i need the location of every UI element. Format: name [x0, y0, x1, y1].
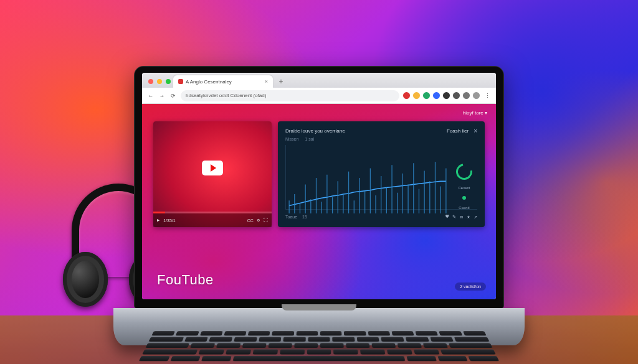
video-time: 1/35/1	[163, 218, 175, 223]
nav-forward-icon[interactable]: →	[158, 92, 166, 100]
cc-button[interactable]: CC	[247, 218, 254, 223]
extension-icon[interactable]	[433, 92, 440, 99]
account-menu[interactable]: hioyf tore ▾	[463, 110, 487, 116]
extension-icon[interactable]	[403, 92, 410, 99]
video-player[interactable]: ▶ 1/35/1 CC ⚙ ⛶	[153, 121, 272, 227]
analytics-header: Dralde louve you overriane Foash lier ×	[285, 128, 477, 134]
new-tab-button[interactable]: +	[277, 77, 285, 86]
extension-tray	[403, 92, 480, 99]
browser-menu-icon[interactable]: ⋮	[483, 92, 491, 100]
browser-toolbar: ← → ⟳ hdseatyknvdet oddt Cdoenent (ofad)	[142, 88, 496, 104]
nav-reload-icon[interactable]: ⟳	[169, 92, 177, 100]
laptop-notch	[294, 67, 344, 73]
app-content: hioyf tore ▾ ▶ 1/35/1 CC	[142, 104, 496, 299]
browser-tabbar: A Anglo Cesentnaley × +	[142, 73, 496, 88]
extension-icon[interactable]	[443, 92, 450, 99]
browser-tab[interactable]: A Anglo Cesentnaley ×	[173, 75, 273, 88]
nav-back-icon[interactable]: ←	[147, 92, 155, 100]
play-small-icon[interactable]: ▶	[157, 218, 160, 223]
tab-title: A Anglo Cesentnaley	[186, 79, 232, 85]
analytics-title: Dralde louve you overriane	[285, 128, 345, 134]
tab-favicon-icon	[178, 79, 183, 84]
app-topbar: hioyf tore ▾	[142, 106, 496, 119]
analytics-side-widgets: Cevent Ceentl	[456, 164, 472, 210]
analytics-subheader: Nissen 1 sal	[285, 137, 477, 141]
window-maximize-icon[interactable]	[166, 79, 171, 84]
tab-close-icon[interactable]: ×	[265, 78, 268, 85]
video-controls: ▶ 1/35/1 CC ⚙ ⛶	[153, 213, 272, 227]
window-close-icon[interactable]	[148, 79, 153, 84]
dot-label: Ceentl	[459, 206, 469, 210]
laptop-base	[113, 308, 525, 345]
laptop-display: A Anglo Cesentnaley × + ← → ⟳ hdseatyknv…	[142, 73, 496, 299]
corner-chip: 2 vadist/on	[455, 282, 486, 291]
laptop-screen-bezel: A Anglo Cesentnaley × + ← → ⟳ hdseatyknv…	[135, 67, 503, 308]
status-dot-icon	[462, 196, 466, 200]
laptop-keyboard	[134, 331, 503, 364]
chart-svg	[286, 145, 477, 217]
url-text: hdseatyknvdet oddt Cdoenent (ofad)	[186, 93, 266, 98]
panels-row: ▶ 1/35/1 CC ⚙ ⛶ Dralde louve you	[153, 121, 485, 227]
analytics-close-icon[interactable]: ×	[474, 128, 477, 134]
analytics-head-right: Foash lier	[447, 128, 469, 134]
progress-ring-icon	[453, 161, 475, 183]
extension-icon[interactable]	[473, 92, 480, 99]
ring-label: Cevent	[458, 186, 470, 190]
scene: A Anglo Cesentnaley × + ← → ⟳ hdseatyknv…	[0, 0, 638, 364]
extension-icon[interactable]	[463, 92, 470, 99]
play-button-icon[interactable]	[202, 161, 223, 175]
analytics-chart: Cevent Ceentl	[285, 145, 477, 210]
headphones-earcup-left	[63, 252, 108, 307]
extension-icon[interactable]	[453, 92, 460, 99]
extension-icon[interactable]	[423, 92, 430, 99]
laptop: A Anglo Cesentnaley × + ← → ⟳ hdseatyknv…	[126, 67, 512, 345]
extension-icon[interactable]	[413, 92, 420, 99]
video-settings-icon[interactable]: ⚙	[257, 218, 260, 223]
fullscreen-icon[interactable]: ⛶	[264, 218, 268, 223]
brand-logo[interactable]: FouTube	[157, 272, 214, 288]
url-input[interactable]: hdseatyknvdet oddt Cdoenent (ofad)	[181, 90, 399, 101]
analytics-sub-left: Nissen	[285, 137, 298, 141]
laptop-hinge	[282, 304, 356, 310]
analytics-sub-right: 1 sal	[305, 137, 314, 141]
window-minimize-icon[interactable]	[157, 79, 162, 84]
analytics-panel: Dralde louve you overriane Foash lier × …	[278, 121, 485, 227]
